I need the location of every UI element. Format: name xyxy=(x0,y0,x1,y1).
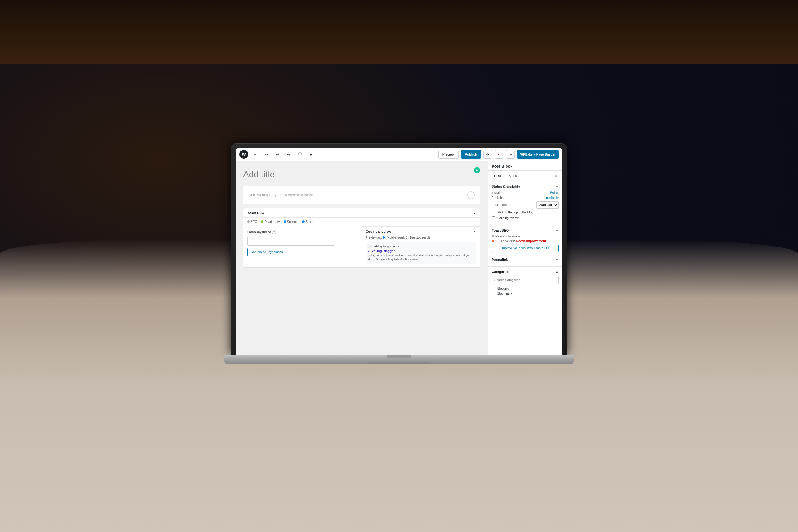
categories-title: Categories xyxy=(492,270,509,274)
preview-button[interactable]: Preview xyxy=(438,150,458,159)
sidebar-close-button[interactable]: × xyxy=(552,172,560,179)
seo-tab-label: SEO xyxy=(251,220,257,224)
publish-value[interactable]: Immediately xyxy=(542,196,558,200)
category-blog-traffic-checkbox[interactable] xyxy=(492,292,495,296)
mobile-label: Mobile result xyxy=(387,236,405,239)
desk-surface xyxy=(0,0,798,64)
stick-to-top-checkbox[interactable] xyxy=(492,211,495,214)
post-title-input[interactable] xyxy=(243,167,474,182)
permalink-header[interactable]: Permalink ▼ xyxy=(492,258,558,262)
post-content-area[interactable]: Start writing or type / to choose a bloc… xyxy=(243,186,480,205)
wp-main-area: G Start writing or type / to choose a bl… xyxy=(236,161,562,355)
laptop-hinge xyxy=(368,362,430,364)
post-block-title: Post Block xyxy=(488,161,562,171)
undo-icon: ↩ xyxy=(276,152,279,157)
stick-to-top-label: Stick to the top of the blog xyxy=(497,211,533,214)
laptop-screen-shell: W ＋ ✏ ↩ ↪ ⓘ xyxy=(231,144,567,355)
google-preview-header: Google preview ▲ xyxy=(366,230,476,233)
yoast-seo-sidebar-title: Yoast SEO xyxy=(492,228,509,232)
yoast-tab-social[interactable]: Social xyxy=(302,220,314,224)
redo-icon: ↪ xyxy=(287,152,290,157)
pending-review-row: Pending review xyxy=(492,216,558,220)
list-view-button[interactable]: ≡ xyxy=(307,150,316,159)
category-item-blogging: Blogging xyxy=(492,287,558,290)
keyphrase-info-icon: ? xyxy=(272,230,276,234)
preview-as-label: Preview as: xyxy=(366,236,382,239)
add-block-inline-button[interactable]: ＋ xyxy=(467,191,475,199)
more-options-button[interactable]: ⋯ xyxy=(506,150,515,159)
wordpress-logo: W xyxy=(240,150,248,159)
preview-as-row: Preview as: Mobile result Desktop result xyxy=(366,236,476,239)
laptop-base xyxy=(225,355,573,364)
desktop-result-option[interactable]: Desktop result xyxy=(406,236,430,239)
laptop-notch xyxy=(386,355,412,358)
undo-button[interactable]: ↩ xyxy=(273,150,282,159)
seo-tab-dot xyxy=(247,220,250,223)
publish-button[interactable]: Publish xyxy=(461,150,481,159)
related-keyphrases-button[interactable]: Get related keyphrases xyxy=(247,248,286,256)
laptop-screen-bezel: W ＋ ✏ ↩ ↪ ⓘ xyxy=(236,148,562,355)
mobile-result-option[interactable]: Mobile result xyxy=(383,236,405,239)
desktop-radio[interactable] xyxy=(406,236,409,239)
categories-header[interactable]: Categories ▲ xyxy=(492,270,558,274)
improve-yoast-button[interactable]: Improve your post with Yoast SEO xyxy=(492,245,558,252)
info-toolbar-button[interactable]: ⓘ xyxy=(296,150,304,159)
seo-analysis-row: SEO analysis: Needs improvement xyxy=(492,239,558,243)
publish-label: Publish xyxy=(492,196,502,200)
category-blogging-label: Blogging xyxy=(497,287,509,290)
list-icon: ≡ xyxy=(310,152,312,157)
edit-toolbar-button[interactable]: ✏ xyxy=(262,150,270,159)
add-block-toolbar-button[interactable]: ＋ xyxy=(251,150,259,159)
site-icon xyxy=(368,245,372,248)
sidebar-tab-block[interactable]: Block xyxy=(505,171,520,182)
wp-sidebar: Post Block Post Block × Status & visibil… xyxy=(488,161,562,355)
yoast-icon: Y/ xyxy=(497,153,500,156)
social-tab-dot xyxy=(302,220,305,223)
schema-tab-dot xyxy=(284,220,286,223)
gear-icon: ⚙ xyxy=(486,152,489,156)
yoast-tab-seo[interactable]: SEO xyxy=(247,220,257,224)
pending-review-checkbox[interactable] xyxy=(492,216,495,220)
mobile-radio[interactable] xyxy=(383,236,386,239)
google-preview-title: Google preview xyxy=(366,230,391,233)
content-placeholder-text: Start writing or type / to choose a bloc… xyxy=(248,193,313,197)
wpbakery-button[interactable]: WPBakery Page Builder xyxy=(517,150,558,159)
yoast-tab-schema[interactable]: Schema xyxy=(284,220,299,224)
readability-tab-label: Readability xyxy=(264,220,280,224)
seo-analysis-dot xyxy=(492,240,494,242)
info-icon: ⓘ xyxy=(298,151,302,157)
focus-keyphrase-input[interactable] xyxy=(247,237,335,246)
sidebar-tab-post[interactable]: Post xyxy=(490,171,505,182)
search-categories-input[interactable] xyxy=(492,276,558,284)
categories-chevron: ▲ xyxy=(555,270,558,273)
wp-toolbar: W ＋ ✏ ↩ ↪ ⓘ xyxy=(236,148,562,161)
google-preview-box: strivingblogger.com › - Striving Blogger… xyxy=(366,242,476,264)
settings-button[interactable]: ⚙ xyxy=(483,150,492,159)
google-preview-collapse-icon: ▲ xyxy=(473,230,476,233)
preview-title-link[interactable]: - Striving Blogger xyxy=(368,249,474,253)
editor-area[interactable]: G Start writing or type / to choose a bl… xyxy=(236,161,488,355)
yoast-panel-header[interactable]: Yoast SEO ▲ xyxy=(244,209,480,217)
laptop-device: W ＋ ✏ ↩ ↪ ⓘ xyxy=(225,144,573,364)
yoast-toolbar-button[interactable]: Y/ xyxy=(495,150,504,159)
desktop-label: Desktop result xyxy=(410,236,430,239)
publish-row: Publish Immediately xyxy=(492,196,558,200)
status-visibility-header[interactable]: Status & visibility ▲ xyxy=(492,185,558,188)
yoast-seo-sidebar-section: Yoast SEO ▲ Readability analysis: SEO an… xyxy=(488,225,562,255)
post-format-select[interactable]: Standard xyxy=(536,201,558,209)
yoast-tab-readability[interactable]: Readability xyxy=(261,220,280,224)
pencil-icon: ✏ xyxy=(265,152,268,157)
wordpress-editor: W ＋ ✏ ↩ ↪ ⓘ xyxy=(236,148,562,355)
permalink-title: Permalink xyxy=(492,258,508,262)
category-item-blog-traffic: Blog Traffic xyxy=(492,292,558,296)
category-blog-traffic-label: Blog Traffic xyxy=(497,292,513,295)
visibility-value[interactable]: Public xyxy=(550,191,558,194)
yoast-seo-panel: Yoast SEO ▲ SEO Readability xyxy=(243,208,480,268)
needs-improvement-text: Needs improvement xyxy=(516,239,546,243)
focus-keyphrase-label: Focus keyphrase ? xyxy=(247,230,358,234)
visibility-row: Visibility Public xyxy=(492,191,558,194)
redo-button[interactable]: ↪ xyxy=(284,150,293,159)
readability-tab-dot xyxy=(261,220,263,223)
yoast-seo-sidebar-header[interactable]: Yoast SEO ▲ xyxy=(492,228,558,232)
category-blogging-checkbox[interactable] xyxy=(492,287,495,290)
